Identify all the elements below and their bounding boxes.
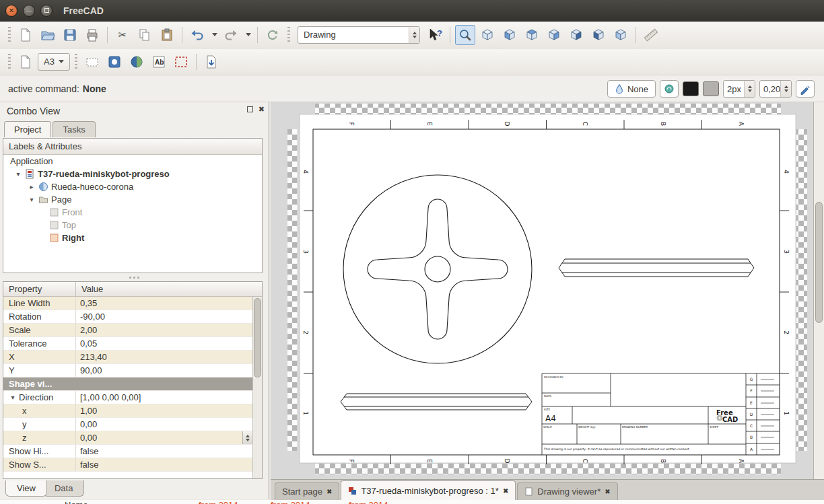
tab-start-page[interactable]: Start page ✖ [275,482,339,500]
combo-stepper[interactable] [409,27,419,43]
ink-style-button[interactable] [660,80,679,98]
property-row-x[interactable]: X 213,40 [3,351,252,364]
toolbar-drag-handle[interactable] [8,27,11,43]
new-file-button[interactable] [15,25,36,45]
whats-this-button[interactable]: ? [425,25,445,45]
line-width-spinbox[interactable]: 2px [723,80,755,98]
redo-button[interactable] [221,25,241,45]
tree-item-document[interactable]: ▾ T37-rueda-miniskybot-progreso [3,168,262,180]
workbench-selector[interactable]: Drawing [298,26,420,44]
property-row-direction-x[interactable]: x 1,00 [3,404,252,418]
window-close-button[interactable]: ✕ [5,5,18,17]
expander-icon[interactable]: ▾ [9,394,17,401]
tab-project[interactable]: Project [4,121,51,137]
view-axonometric-button[interactable] [477,25,497,45]
measure-distance-button[interactable] [641,25,661,45]
column-header-property[interactable]: Property [3,282,76,296]
window-minimize-button[interactable]: — [23,5,35,17]
expander-icon[interactable]: ▾ [14,170,22,178]
tree-item-page[interactable]: ▾ Page [3,193,262,206]
zoom-fit-button[interactable] [455,25,475,45]
tab-drawing-viewer[interactable]: Drawing viewer* ✖ [517,482,617,500]
property-row-tolerance[interactable]: Tolerance 0,05 [3,337,252,351]
combo-view-titlebar[interactable]: Combo View ✖ [0,102,269,120]
tab-document[interactable]: T37-rueda-miniskybot-progreso : 1* ✖ [341,480,516,500]
tree-item-view-right[interactable]: Right [3,231,262,244]
property-row-direction[interactable]: ▾Direction [1,00 0,00 0,00] [3,391,252,404]
tab-view[interactable]: View [5,480,47,497]
view-bottom-button[interactable] [588,25,609,45]
copy-button[interactable] [135,25,155,45]
property-row-line-width[interactable]: Line Width 0,35 [3,297,252,310]
view-rear-button[interactable] [566,25,586,45]
property-row-y[interactable]: Y 90,00 [3,364,252,377]
tab-data[interactable]: Data [43,480,84,497]
panel-splitter[interactable] [0,275,268,280]
save-button[interactable] [60,25,80,45]
export-page-button[interactable] [201,52,221,72]
tree-item-view-front[interactable]: Front [3,206,262,219]
view-top-button[interactable] [522,25,542,45]
scrollbar-thumb[interactable] [254,298,261,377]
toolbar-drag-handle[interactable] [75,54,77,70]
page-format-dropdown[interactable]: A3 [38,53,70,71]
drawing-viewer[interactable]: F E D C B A F E D C B A 4 3 2 1 [271,102,813,479]
open-file-button[interactable] [38,25,58,45]
dock-float-button[interactable] [247,106,253,112]
page-orientation-button[interactable] [82,52,102,72]
property-row-rotation[interactable]: Rotation -90,00 [3,310,252,324]
dock-close-button[interactable]: ✖ [259,106,265,113]
window-maximize-button[interactable] [40,5,53,17]
view-left-button[interactable] [611,25,631,45]
canvas-vertical-scrollbar[interactable] [813,102,824,479]
fill-color-swatch-gray[interactable] [703,81,719,96]
spin-steppers[interactable] [780,81,791,97]
column-header-value[interactable]: Value [76,282,262,296]
refresh-button[interactable] [263,25,283,45]
clip-group-button[interactable] [171,52,191,72]
expander-icon[interactable]: ▸ [28,183,36,190]
property-row-show-hidden[interactable]: Show Hi... false [3,445,252,458]
print-button[interactable] [82,25,102,45]
drawing-page-canvas[interactable]: F E D C B A F E D C B A 4 3 2 1 [271,102,813,479]
close-tab-icon[interactable]: ✖ [503,487,508,495]
spin-steppers[interactable] [242,431,252,444]
fill-style-button[interactable]: None [607,80,656,98]
expander-icon[interactable]: ▾ [28,196,36,203]
property-row-scale[interactable]: Scale 2,00 [3,324,252,337]
ortho-views-button[interactable] [127,52,147,72]
property-scrollbar[interactable] [252,297,262,478]
direction-z-spinbox[interactable]: 0,00 [76,431,252,444]
new-page-button[interactable] [15,52,36,72]
tree-item-part[interactable]: ▸ Rueda-hueco-corona [3,180,262,193]
startpage-link[interactable]: from 2014 [349,500,388,504]
tree-item-application[interactable]: Application [3,155,262,168]
cut-button[interactable]: ✂ [112,25,133,45]
toolbar-drag-handle[interactable] [287,27,290,43]
redo-dropdown[interactable] [243,25,252,45]
close-tab-icon[interactable]: ✖ [605,488,610,495]
undo-button[interactable] [187,25,207,45]
property-row-show-smooth[interactable]: Show S... false [3,458,252,472]
point-size-spinbox[interactable]: 0,20 [759,80,792,98]
toolbar-drag-handle[interactable] [8,54,11,70]
spin-steppers[interactable] [744,81,755,97]
property-row-direction-y[interactable]: y 0,00 [3,418,252,431]
edit-style-button[interactable] [796,80,815,98]
property-group-shape-view[interactable]: Shape vi... [3,377,252,391]
insert-view-button[interactable] [104,52,125,72]
close-tab-icon[interactable]: ✖ [327,488,332,495]
annotation-button[interactable]: Ab [149,52,169,72]
view-front-button[interactable] [500,25,520,45]
property-row-direction-z[interactable]: z 0,00 [3,431,252,445]
paste-button[interactable] [157,25,177,45]
startpage-link[interactable]: from 2014 [199,500,238,504]
view-right-button[interactable] [544,25,564,45]
startpage-link[interactable]: from 2014 [271,500,310,504]
undo-dropdown[interactable] [209,25,219,45]
tab-tasks[interactable]: Tasks [53,121,95,137]
tree-item-view-top[interactable]: Top [3,219,262,231]
titlebar[interactable]: ✕ — FreeCAD [0,0,824,22]
line-color-swatch-black[interactable] [683,81,699,96]
scrollbar-thumb[interactable] [815,202,823,323]
